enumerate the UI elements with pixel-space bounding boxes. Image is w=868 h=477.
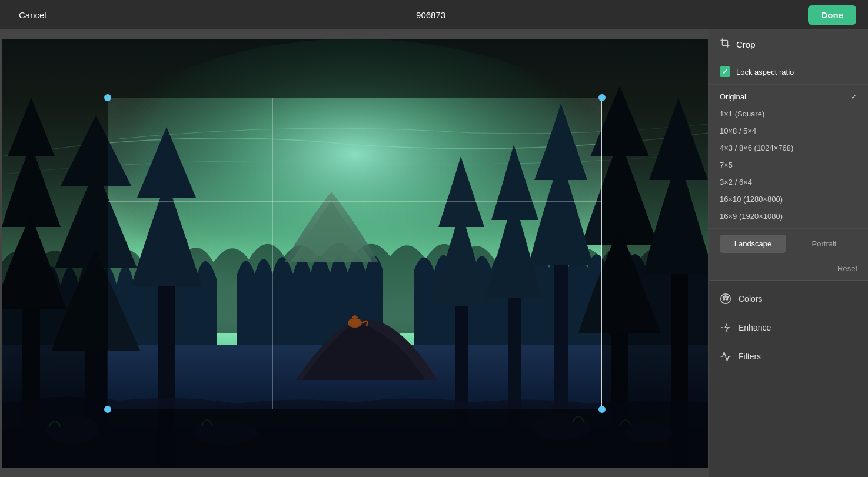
lock-aspect-checkbox[interactable] bbox=[720, 66, 730, 77]
image-container bbox=[2, 39, 708, 468]
aspect-ratio-original[interactable]: Original ✓ bbox=[709, 88, 868, 105]
aspect-label-16x10: 16×10 (1280×800) bbox=[720, 195, 783, 204]
aspect-label-4x3: 4×3 / 8×6 (1024×768) bbox=[720, 144, 793, 152]
orientation-row: Landscape Portrait bbox=[709, 229, 868, 259]
crop-right-mask bbox=[602, 98, 708, 409]
reset-button[interactable]: Reset bbox=[837, 264, 857, 273]
top-bar: Cancel 906873 Done bbox=[0, 0, 868, 29]
filters-tool[interactable]: Filters bbox=[709, 342, 868, 371]
crop-icon bbox=[720, 38, 730, 51]
lock-aspect-row[interactable]: Lock aspect ratio bbox=[709, 59, 868, 85]
aspect-label-original: Original bbox=[720, 92, 746, 101]
svg-point-21 bbox=[723, 299, 725, 301]
tools-section: Colors Enhance bbox=[709, 281, 868, 374]
aspect-ratio-1x1[interactable]: 1×1 (Square) bbox=[709, 105, 868, 122]
svg-point-17 bbox=[723, 296, 724, 298]
aspect-ratio-4x3[interactable]: 4×3 / 8×6 (1024×768) bbox=[709, 139, 868, 156]
crop-box bbox=[108, 98, 602, 409]
portrait-button[interactable]: Portrait bbox=[791, 235, 857, 253]
enhance-icon bbox=[720, 322, 731, 333]
filters-label: Filters bbox=[739, 352, 761, 361]
colors-label: Colors bbox=[739, 294, 762, 303]
aspect-check-original: ✓ bbox=[851, 92, 857, 101]
crop-title: Crop bbox=[736, 39, 756, 49]
crop-handle-top-right[interactable] bbox=[598, 94, 606, 101]
aspect-ratio-7x5[interactable]: 7×5 bbox=[709, 156, 868, 174]
crop-header: Crop bbox=[709, 29, 868, 59]
svg-point-20 bbox=[726, 299, 728, 301]
crop-left-mask bbox=[2, 98, 108, 409]
right-panel: Crop Lock aspect ratio Original ✓ 1×1 (S… bbox=[709, 29, 868, 477]
aspect-ratio-list: Original ✓ 1×1 (Square) 10×8 / 5×4 4×3 /… bbox=[709, 85, 868, 229]
aspect-label-16x9: 16×9 (1920×1080) bbox=[720, 212, 783, 221]
colors-icon bbox=[720, 293, 731, 305]
canvas-area[interactable] bbox=[0, 29, 709, 477]
aspect-ratio-16x9[interactable]: 16×9 (1920×1080) bbox=[709, 208, 868, 225]
colors-tool[interactable]: Colors bbox=[709, 285, 868, 313]
reset-row: Reset bbox=[709, 259, 868, 281]
enhance-tool[interactable]: Enhance bbox=[709, 313, 868, 342]
aspect-ratio-16x10[interactable]: 16×10 (1280×800) bbox=[709, 191, 868, 208]
crop-bottom-mask bbox=[2, 409, 708, 468]
enhance-label: Enhance bbox=[739, 323, 771, 332]
lock-aspect-label: Lock aspect ratio bbox=[736, 68, 794, 76]
crop-overlay[interactable] bbox=[2, 39, 708, 468]
cancel-button[interactable]: Cancel bbox=[12, 6, 54, 24]
crop-handle-bottom-left[interactable] bbox=[104, 406, 111, 413]
aspect-label-7x5: 7×5 bbox=[720, 161, 733, 169]
crop-section: Crop Lock aspect ratio Original ✓ 1×1 (S… bbox=[709, 29, 868, 281]
aspect-label-3x2: 3×2 / 6×4 bbox=[720, 178, 752, 186]
svg-point-19 bbox=[727, 296, 729, 298]
crop-top-mask bbox=[2, 39, 708, 98]
crop-handle-bottom-right[interactable] bbox=[598, 406, 606, 413]
main-area: Crop Lock aspect ratio Original ✓ 1×1 (S… bbox=[0, 29, 868, 477]
aspect-label-1x1: 1×1 (Square) bbox=[720, 109, 764, 118]
done-button[interactable]: Done bbox=[808, 5, 856, 25]
svg-point-18 bbox=[725, 296, 727, 298]
landscape-button[interactable]: Landscape bbox=[720, 235, 786, 253]
image-title: 906873 bbox=[416, 10, 445, 20]
aspect-label-10x8: 10×8 / 5×4 bbox=[720, 126, 756, 135]
filters-icon bbox=[720, 351, 731, 362]
crop-handle-top-left[interactable] bbox=[104, 94, 111, 101]
aspect-ratio-3x2[interactable]: 3×2 / 6×4 bbox=[709, 174, 868, 191]
aspect-ratio-10x8[interactable]: 10×8 / 5×4 bbox=[709, 122, 868, 139]
